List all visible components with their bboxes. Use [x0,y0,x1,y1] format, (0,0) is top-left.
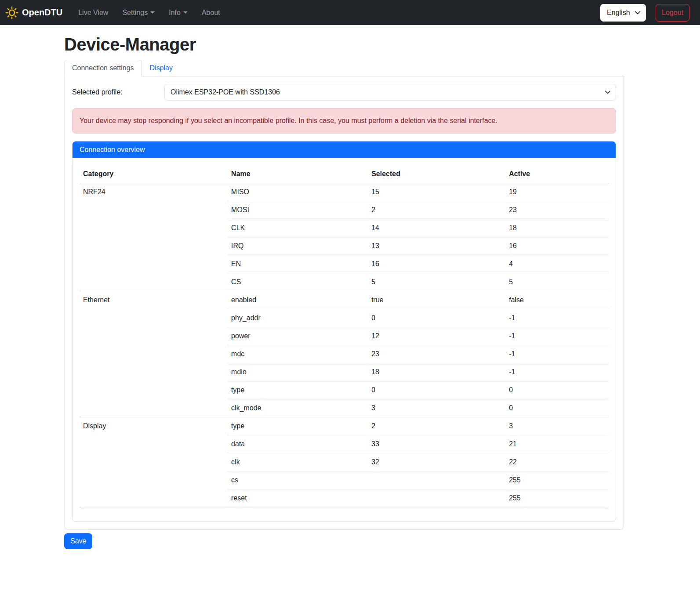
name-cell: power [228,327,368,345]
name-cell: data [228,435,368,453]
active-cell: 16 [505,237,609,255]
table-row: NRF24MISO1519 [80,183,609,201]
col-header-selected: Selected [368,165,505,183]
connection-overview-card: Connection overview Category Name Select… [72,141,616,522]
category-cell: Display [80,417,228,507]
profile-label: Selected profile: [72,88,164,96]
selected-cell: 12 [368,327,505,345]
active-cell: 21 [505,435,609,453]
nav-item-info[interactable]: Info [163,5,193,20]
chevron-down-icon [150,11,155,14]
logout-button[interactable]: Logout [656,4,689,22]
tab-display[interactable]: Display [142,60,181,76]
active-cell: 0 [505,381,609,399]
name-cell: MISO [228,183,368,201]
active-cell: 22 [505,453,609,471]
brand-label: OpenDTU [22,7,62,18]
name-cell: mdio [228,363,368,381]
active-cell: 5 [505,273,609,291]
active-cell: 19 [505,183,609,201]
tab-content: Selected profile: Olimex ESP32-POE with … [64,76,624,530]
connection-overview-table: Category Name Selected Active NRF24MISO1… [80,165,609,507]
category-cell: Ethernet [80,291,228,417]
chevron-down-icon [183,11,188,14]
name-cell: CS [228,273,368,291]
name-cell: clk [228,453,368,471]
active-cell: 18 [505,219,609,237]
name-cell: IRQ [228,237,368,255]
nav-item-label: Live View [78,9,108,17]
name-cell: EN [228,255,368,273]
active-cell: 255 [505,471,609,489]
tab-connection-settings[interactable]: Connection settings [64,60,142,76]
selected-cell: 14 [368,219,505,237]
selected-cell: 0 [368,309,505,327]
name-cell: enabled [228,291,368,309]
chevron-down-icon [605,89,611,95]
active-cell: 0 [505,399,609,417]
profile-row: Selected profile: Olimex ESP32-POE with … [72,84,616,101]
name-cell: cs [228,471,368,489]
name-cell: MOSI [228,201,368,219]
nav-item-live-view[interactable]: Live View [73,5,113,20]
active-cell: -1 [505,327,609,345]
table-row: Ethernetenabledtruefalse [80,291,609,309]
save-button[interactable]: Save [64,533,92,549]
selected-cell: 16 [368,255,505,273]
name-cell: type [228,417,368,435]
overview-table-body: NRF24MISO1519MOSI223CLK1418IRQ1316EN164C… [80,183,609,507]
selected-cell [368,471,505,489]
name-cell: phy_addr [228,309,368,327]
chevron-down-icon [635,10,641,16]
selected-cell: 3 [368,399,505,417]
selected-cell [368,489,505,507]
selected-cell: true [368,291,505,309]
active-cell: -1 [505,345,609,363]
nav-links: Live View Settings Info About [73,5,225,20]
nav-item-about[interactable]: About [196,5,225,20]
profile-select[interactable]: Olimex ESP32-POE with SSD1306 [164,84,616,101]
selected-cell: 32 [368,453,505,471]
profile-select-value: Olimex ESP32-POE with SSD1306 [170,88,280,96]
name-cell: mdc [228,345,368,363]
nav-item-label: Settings [122,9,148,17]
selected-cell: 13 [368,237,505,255]
col-header-active: Active [505,165,609,183]
brand[interactable]: OpenDTU [5,6,62,19]
sun-icon [5,6,18,19]
nav-item-label: About [202,9,220,17]
language-select[interactable]: English [600,4,646,22]
active-cell: false [505,291,609,309]
active-cell: 23 [505,201,609,219]
selected-cell: 5 [368,273,505,291]
card-body: Category Name Selected Active NRF24MISO1… [73,158,616,521]
active-cell: -1 [505,363,609,381]
name-cell: type [228,381,368,399]
selected-cell: 33 [368,435,505,453]
page-title: Device-Manager [64,35,624,54]
selected-cell: 0 [368,381,505,399]
table-row: Displaytype23 [80,417,609,435]
top-navbar: OpenDTU Live View Settings Info About En… [0,0,700,25]
selected-cell: 2 [368,417,505,435]
active-cell: 4 [505,255,609,273]
col-header-category: Category [80,165,228,183]
language-value: English [607,9,630,17]
active-cell: -1 [505,309,609,327]
card-header: Connection overview [73,141,616,158]
selected-cell: 2 [368,201,505,219]
category-cell: NRF24 [80,183,228,291]
tab-bar: Connection settings Display [64,60,624,76]
col-header-name: Name [228,165,368,183]
name-cell: reset [228,489,368,507]
table-header-row: Category Name Selected Active [80,165,609,183]
name-cell: clk_mode [228,399,368,417]
incompatible-profile-warning: Your device may stop responding if you s… [72,108,616,134]
nav-item-settings[interactable]: Settings [117,5,160,20]
selected-cell: 18 [368,363,505,381]
main-container: Device-Manager Connection settings Displ… [64,35,624,549]
active-cell: 255 [505,489,609,507]
nav-item-label: Info [169,9,181,17]
selected-cell: 15 [368,183,505,201]
name-cell: CLK [228,219,368,237]
